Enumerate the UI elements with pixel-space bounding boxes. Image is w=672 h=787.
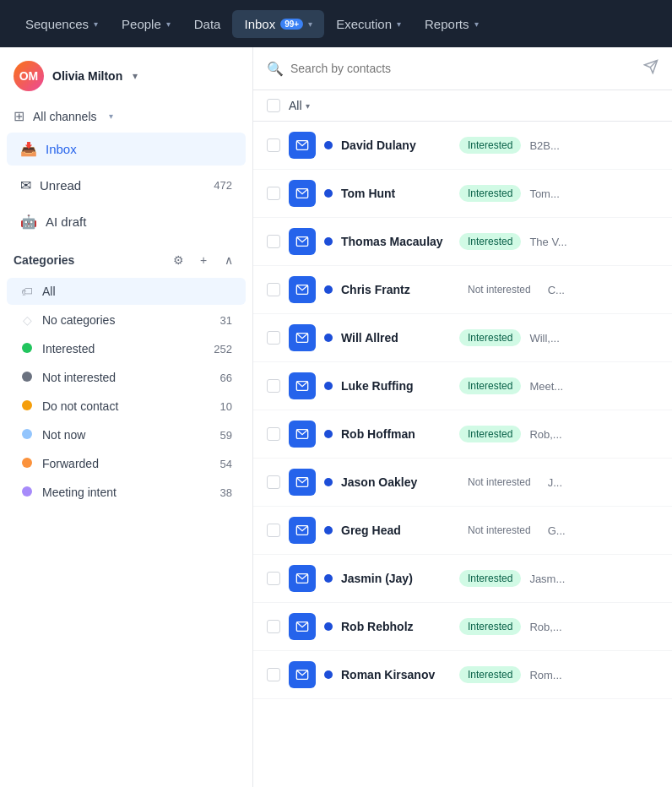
contact-checkbox[interactable] [267,620,280,633]
contact-row[interactable]: Greg Head Not interested G... [253,507,672,555]
contact-preview: J... [548,476,658,489]
nav-reports[interactable]: Reports ▾ [413,10,490,38]
contact-name: Jason Oakley [341,475,451,489]
inbox-badge: 99+ [280,19,303,30]
contact-checkbox[interactable] [267,427,280,441]
contact-row[interactable]: Thomas Macaulay Interested The V... [253,218,672,266]
contact-row[interactable]: Rob Hoffman Interested Rob,... [253,410,672,459]
category-no-categories[interactable]: ◇ No categories 31 [7,307,246,334]
category-interested-label: Interested [42,342,95,356]
not-now-icon [20,428,34,442]
category-all-label: All [42,285,56,298]
send-icon[interactable] [643,59,658,78]
ai-draft-label: AI draft [46,214,86,229]
contact-mail-icon [289,421,316,448]
svg-point-2 [22,400,32,410]
contact-mail-icon [289,469,316,496]
contact-row[interactable]: Luke Ruffing Interested Meet... [253,362,672,410]
contact-checkbox[interactable] [267,524,280,537]
do-not-contact-count: 10 [220,400,232,413]
contact-name: Luke Ruffing [341,379,451,393]
meeting-intent-count: 38 [220,486,232,499]
nav-people[interactable]: People ▾ [110,10,182,38]
contact-checkbox[interactable] [267,283,280,296]
channel-chevron-icon: ▾ [109,111,113,121]
contact-checkbox[interactable] [267,138,280,152]
contact-name: Chris Frantz [341,283,451,296]
contact-name: Rob Rebholz [341,620,451,633]
interested-count: 252 [214,343,232,356]
contact-status-badge: Interested [459,666,521,683]
svg-point-4 [22,458,32,468]
categories-settings-button[interactable]: ⚙ [168,250,188,270]
category-not-interested[interactable]: Not interested 66 [7,364,246,391]
contact-preview: G... [548,524,658,537]
category-meeting-intent[interactable]: Meeting intent 38 [7,479,246,506]
contact-mail-icon [289,661,316,688]
contact-mail-icon [289,517,316,544]
category-forwarded-label: Forwarded [42,457,99,470]
nav-sequences-label: Sequences [25,17,89,31]
contact-checkbox[interactable] [267,379,280,393]
nav-data[interactable]: Data [182,10,233,38]
contact-checkbox[interactable] [267,572,280,585]
channel-selector[interactable]: ⊞ All channels ▾ [0,101,252,131]
unread-label: Unread [40,178,81,193]
category-not-now[interactable]: Not now 59 [7,421,246,448]
main-layout: OM Olivia Milton ▾ ⊞ All channels ▾ 📥 In… [0,47,672,787]
contact-row[interactable]: Roman Kirsanov Interested Rom... [253,651,672,699]
contact-checkbox[interactable] [267,235,280,248]
contact-row[interactable]: Rob Rebholz Interested Rob,... [253,603,672,651]
search-input[interactable] [290,62,637,75]
contact-row[interactable]: Jason Oakley Not interested J... [253,459,672,507]
search-bar: 🔍 [253,47,672,90]
category-interested[interactable]: Interested 252 [7,335,246,362]
ai-draft-icon: 🤖 [20,214,37,230]
contact-status-badge: Interested [459,329,521,346]
categories-add-button[interactable]: + [193,250,214,270]
nav-sequences[interactable]: Sequences ▾ [14,10,110,38]
nav-inbox[interactable]: Inbox 99+ ▾ [232,10,324,38]
contact-mail-icon [289,372,316,399]
select-all-checkbox[interactable] [267,99,280,112]
not-interested-count: 66 [220,372,232,384]
contact-preview: Rom... [529,669,658,681]
contact-status-badge: Not interested [459,522,539,539]
contact-status-badge: Interested [459,570,521,587]
user-selector[interactable]: OM Olivia Milton ▾ [0,47,252,101]
contact-status-dot [324,670,333,679]
all-filter[interactable]: All ▾ [289,99,310,112]
contact-status-dot [324,189,333,198]
categories-title: Categories [14,253,163,267]
contact-checkbox[interactable] [267,331,280,345]
contact-checkbox[interactable] [267,475,280,489]
contact-row[interactable]: Tom Hunt Interested Tom... [253,170,672,218]
mail-icon: ✉ [20,177,31,193]
contact-status-dot [324,141,333,149]
sidebar-inbox[interactable]: 📥 Inbox [7,133,246,166]
contact-checkbox[interactable] [267,668,280,681]
contact-row[interactable]: David Dulany Interested B2B... [253,122,672,170]
contact-row[interactable]: Chris Frantz Not interested C... [253,266,672,314]
category-do-not-contact[interactable]: Do not contact 10 [7,393,246,420]
inbox-chevron-icon: ▾ [308,19,312,29]
all-filter-label: All [289,99,302,112]
contact-status-badge: Not interested [459,474,539,491]
contact-checkbox[interactable] [267,187,280,200]
categories-collapse-button[interactable]: ∧ [219,250,239,270]
contact-status-badge: Not interested [459,281,539,298]
contact-row[interactable]: Will Allred Interested Will,... [253,314,672,362]
forwarded-count: 54 [220,458,232,470]
sidebar-unread[interactable]: ✉ Unread 472 [7,169,246,202]
reports-chevron-icon: ▾ [474,19,479,29]
contact-name: Rob Hoffman [341,427,451,441]
user-name: Olivia Milton [52,69,122,83]
channel-icon: ⊞ [14,108,24,124]
contact-status-badge: Interested [459,233,521,250]
sidebar-ai-draft[interactable]: 🤖 AI draft [7,205,246,238]
category-forwarded[interactable]: Forwarded 54 [7,450,246,477]
inbox-label: Inbox [46,142,77,156]
category-all[interactable]: 🏷 All [7,278,246,305]
nav-execution[interactable]: Execution ▾ [324,10,413,38]
contact-row[interactable]: Jasmin (Jay) Interested Jasm... [253,555,672,603]
